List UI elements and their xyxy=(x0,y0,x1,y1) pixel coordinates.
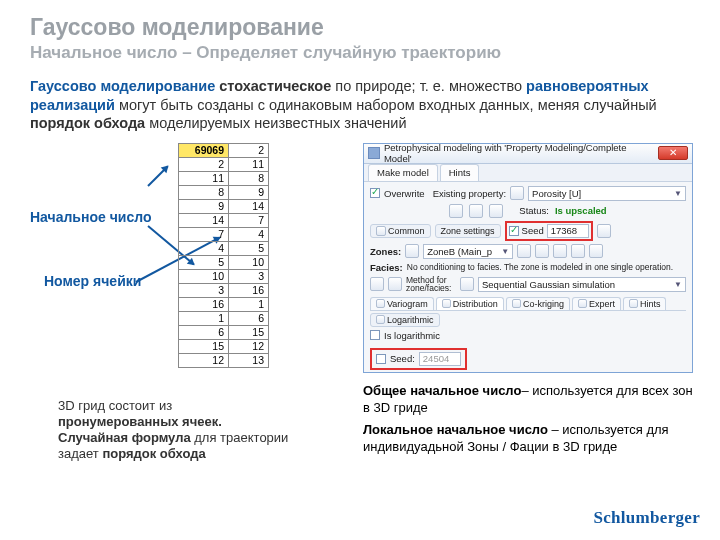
pill-zone-settings[interactable]: Zone settings xyxy=(435,224,501,238)
table-cell: 15 xyxy=(179,339,229,353)
is-log-label: Is logarithmic xyxy=(384,330,440,341)
chevron-down-icon: ▼ xyxy=(674,189,682,198)
subtab-hints[interactable]: Hints xyxy=(623,297,667,310)
refresh-icon[interactable] xyxy=(597,224,611,238)
table-cell: 14 xyxy=(229,199,269,213)
cap-a: 3D грид состоит из xyxy=(58,398,172,413)
table-row: 316 xyxy=(179,283,269,297)
intro-paragraph: Гауссово моделирование стохастическое по… xyxy=(0,63,720,133)
table-row: 74 xyxy=(179,227,269,241)
window-titlebar[interactable]: Petrophysical modeling with 'Property Mo… xyxy=(364,144,692,164)
table-row: 615 xyxy=(179,325,269,339)
overwrite-checkbox[interactable] xyxy=(370,188,380,198)
table-cell: 2 xyxy=(229,143,269,157)
property-icon xyxy=(510,186,524,200)
page-title: Гауссово моделирование xyxy=(0,0,720,41)
table-row: 103 xyxy=(179,269,269,283)
zone-tool-5[interactable] xyxy=(589,244,603,258)
cokriging-icon xyxy=(512,299,521,308)
window-title: Petrophysical modeling with 'Property Mo… xyxy=(384,142,654,164)
subtab-expert-label: Expert xyxy=(589,299,615,309)
tab-make-model[interactable]: Make model xyxy=(368,164,438,181)
table-row: 1512 xyxy=(179,339,269,353)
chevron-down-icon: ▼ xyxy=(501,247,509,256)
subtab-cokriging[interactable]: Co-kriging xyxy=(506,297,570,310)
table-row: 690692 xyxy=(179,143,269,157)
sub-tabs: Variogram Distribution Co-kriging Expert… xyxy=(370,297,686,311)
pill-common[interactable]: Common xyxy=(370,224,431,238)
table-row: 211 xyxy=(179,157,269,171)
table-cell: 12 xyxy=(229,339,269,353)
table-row: 118 xyxy=(179,171,269,185)
pill-zone-label: Zone settings xyxy=(441,226,495,236)
local-seed-checkbox[interactable] xyxy=(376,354,386,364)
status-value: Is upscaled xyxy=(555,205,607,216)
property-value: Porosity [U] xyxy=(532,188,581,199)
table-cell: 4 xyxy=(229,227,269,241)
overwrite-label: Overwrite xyxy=(384,188,425,199)
zone-tool-4[interactable] xyxy=(571,244,585,258)
local-seed-field[interactable]: 24504 xyxy=(419,352,461,366)
toolbar-icon-3[interactable] xyxy=(489,204,503,218)
table-cell: 15 xyxy=(229,325,269,339)
toolbar-icon-2[interactable] xyxy=(469,204,483,218)
tab-hints[interactable]: Hints xyxy=(440,164,480,181)
cap-d: порядок обхода xyxy=(102,446,205,461)
subtab-variogram[interactable]: Variogram xyxy=(370,297,434,310)
global-seed-box: Seed 17368 xyxy=(505,221,593,241)
table-cell: 11 xyxy=(179,171,229,185)
subtab-cokriging-label: Co-kriging xyxy=(523,299,564,309)
table-cell: 10 xyxy=(179,269,229,283)
label-cell: Номер ячейки xyxy=(44,273,141,289)
notes-block: Общее начальное число– используется для … xyxy=(363,383,693,463)
zone-value: ZoneB (Main_p xyxy=(427,246,492,257)
method-dropdown[interactable]: Sequential Gaussian simulation▼ xyxy=(478,277,686,292)
property-dropdown[interactable]: Porosity [U]▼ xyxy=(528,186,686,201)
table-cell: 16 xyxy=(179,297,229,311)
arrow-seed-1 xyxy=(147,165,168,186)
subtab-distribution[interactable]: Distribution xyxy=(436,297,504,310)
table-cell: 6 xyxy=(179,325,229,339)
intro-t1: по природе; т. е. множество xyxy=(331,78,526,94)
note2-bold: Локальное начальное число xyxy=(363,422,548,437)
table-cell: 16 xyxy=(229,283,269,297)
local-seed-box: Seed: 24504 xyxy=(370,348,467,370)
common-icon xyxy=(376,226,386,236)
table-cell: 9 xyxy=(179,199,229,213)
variogram-icon xyxy=(376,299,385,308)
subtab-expert[interactable]: Expert xyxy=(572,297,621,310)
app-icon xyxy=(368,147,380,159)
pill-logarithmic[interactable]: Logarithmic xyxy=(370,313,440,327)
global-seed-field[interactable]: 17368 xyxy=(547,224,589,238)
zone-dropdown[interactable]: ZoneB (Main_p▼ xyxy=(423,244,513,259)
table-row: 510 xyxy=(179,255,269,269)
table-cell: 7 xyxy=(229,213,269,227)
global-seed-label: Seed xyxy=(522,225,544,236)
method-label: Method for zone/facies: xyxy=(406,276,456,293)
local-seed-label: Seed: xyxy=(390,353,415,364)
method-tool-2[interactable] xyxy=(388,277,402,291)
intro-t2: могут быть созданы с одинаковым набором … xyxy=(115,97,657,113)
method-tool-1[interactable] xyxy=(370,277,384,291)
zone-tool-1[interactable] xyxy=(517,244,531,258)
facies-label: Facies: xyxy=(370,262,403,273)
caption-3d: 3D грид состоит из пронумерованных ячеек… xyxy=(58,398,293,463)
toolbar-icon-1[interactable] xyxy=(449,204,463,218)
table-cell: 8 xyxy=(179,185,229,199)
close-icon[interactable]: ✕ xyxy=(658,146,688,160)
status-label: Status: xyxy=(519,205,549,216)
table-cell: 10 xyxy=(229,255,269,269)
table-cell: 3 xyxy=(179,283,229,297)
zone-tool-2[interactable] xyxy=(535,244,549,258)
zone-tool-3[interactable] xyxy=(553,244,567,258)
dialog-window: Petrophysical modeling with 'Property Mo… xyxy=(363,143,693,373)
table-cell: 6 xyxy=(229,311,269,325)
table-row: 914 xyxy=(179,199,269,213)
logo: Schlumberger xyxy=(593,508,700,528)
global-seed-checkbox[interactable] xyxy=(509,226,519,236)
note1-bold: Общее начальное число xyxy=(363,383,521,398)
table-cell: 9 xyxy=(229,185,269,199)
method-value: Sequential Gaussian simulation xyxy=(482,279,615,290)
table-cell: 1 xyxy=(179,311,229,325)
is-log-checkbox[interactable] xyxy=(370,330,380,340)
